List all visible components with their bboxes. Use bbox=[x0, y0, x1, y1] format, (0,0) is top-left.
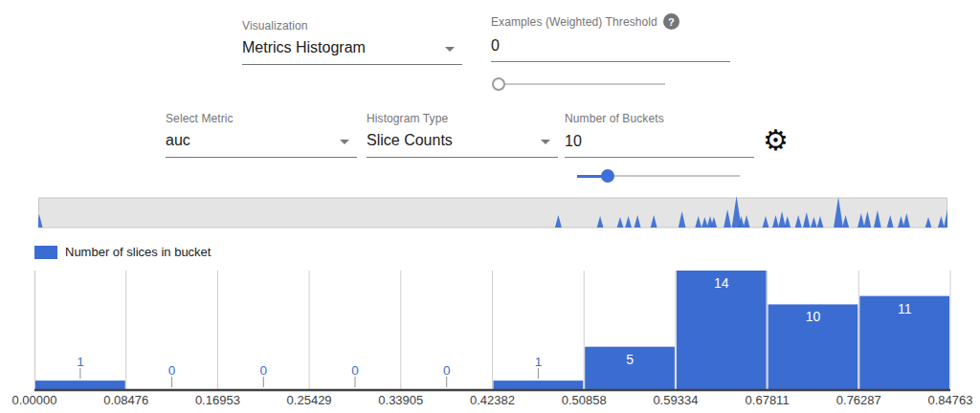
x-axis-tick-label: 0.33905 bbox=[378, 393, 423, 407]
x-axis-tick-label: 0.42382 bbox=[470, 393, 515, 407]
histogram-type-dropdown[interactable]: Histogram Type Slice Counts bbox=[367, 112, 558, 158]
threshold-label: Examples (Weighted) Threshold bbox=[491, 15, 657, 29]
num-buckets-label: Number of Buckets bbox=[565, 112, 754, 125]
histogram-type-label: Histogram Type bbox=[367, 112, 558, 125]
x-axis-tick-label: 0.67811 bbox=[746, 393, 790, 407]
legend-swatch bbox=[34, 246, 57, 259]
svg-text:0: 0 bbox=[443, 363, 451, 378]
chart-legend: Number of slices in bucket bbox=[34, 245, 211, 259]
svg-text:1: 1 bbox=[535, 355, 543, 369]
x-axis-tick-label: 0.84763 bbox=[928, 393, 973, 407]
threshold-field: Examples (Weighted) Threshold ? bbox=[491, 13, 730, 62]
svg-text:10: 10 bbox=[806, 309, 821, 324]
x-axis: 0.000000.084760.169530.254290.339050.423… bbox=[34, 393, 951, 410]
svg-text:14: 14 bbox=[714, 275, 729, 291]
chevron-down-icon bbox=[340, 140, 349, 144]
x-axis-tick-label: 0.59334 bbox=[653, 393, 698, 407]
gear-icon[interactable]: ⚙ bbox=[763, 127, 789, 154]
chevron-down-icon bbox=[541, 140, 550, 144]
select-metric-value: auc bbox=[166, 132, 190, 148]
svg-text:0: 0 bbox=[260, 363, 268, 378]
svg-text:0: 0 bbox=[351, 363, 359, 378]
svg-text:11: 11 bbox=[898, 301, 912, 316]
visualization-value: Metrics Histogram bbox=[242, 39, 366, 55]
buckets-slider-handle[interactable] bbox=[601, 169, 614, 183]
x-axis-tick-label: 0.16953 bbox=[195, 393, 240, 407]
svg-text:5: 5 bbox=[626, 352, 634, 367]
num-buckets-input[interactable] bbox=[565, 131, 754, 158]
legend-label: Number of slices in bucket bbox=[65, 245, 211, 259]
x-axis-tick-label: 0.00000 bbox=[12, 393, 57, 407]
metrics-histogram-panel: Visualization Metrics Histogram Examples… bbox=[0, 0, 980, 413]
histogram-type-value: Slice Counts bbox=[367, 132, 453, 148]
svg-text:0: 0 bbox=[168, 363, 176, 378]
threshold-slider[interactable] bbox=[499, 76, 665, 92]
threshold-slider-track[interactable] bbox=[499, 83, 665, 85]
slice-overview-strip[interactable] bbox=[38, 191, 947, 229]
threshold-slider-handle[interactable] bbox=[492, 77, 505, 91]
histogram-chart[interactable]: 1000015141011 bbox=[34, 271, 951, 392]
x-axis-tick-label: 0.25429 bbox=[287, 393, 332, 407]
buckets-slider[interactable] bbox=[577, 168, 740, 184]
num-buckets-field: Number of Buckets bbox=[565, 112, 754, 158]
x-axis-tick-label: 0.08476 bbox=[103, 393, 148, 407]
select-metric-dropdown[interactable]: Select Metric auc bbox=[166, 112, 357, 158]
threshold-input[interactable] bbox=[491, 35, 730, 62]
svg-text:1: 1 bbox=[77, 355, 84, 369]
select-metric-label: Select Metric bbox=[166, 112, 357, 125]
visualization-dropdown[interactable]: Visualization Metrics Histogram bbox=[242, 19, 462, 65]
x-axis-tick-label: 0.76287 bbox=[836, 393, 881, 407]
x-axis-tick-label: 0.50858 bbox=[562, 393, 607, 407]
visualization-label: Visualization bbox=[242, 19, 462, 33]
help-icon[interactable]: ? bbox=[663, 13, 679, 30]
chevron-down-icon bbox=[445, 47, 455, 52]
